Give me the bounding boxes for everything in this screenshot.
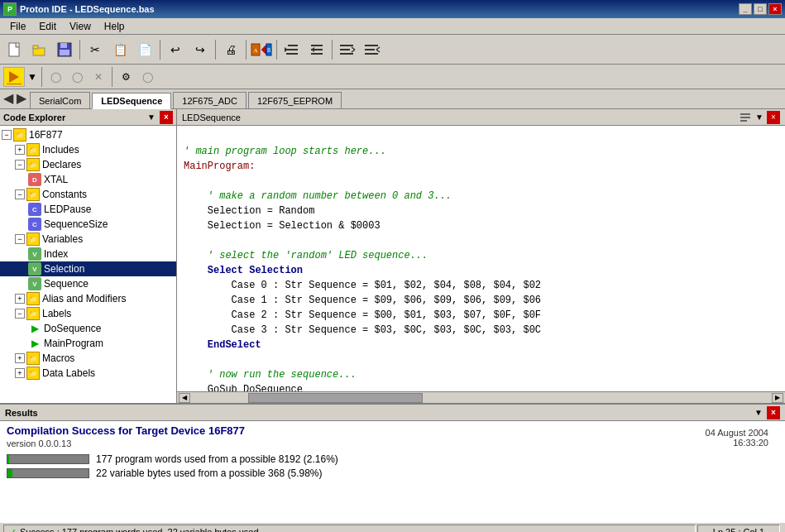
tree-includes[interactable]: + 📁 Includes [0,142,176,157]
tree-dosequence[interactable]: ▶ DoSequence [0,321,176,336]
minimize-button[interactable]: _ [739,3,752,15]
title-bar: P Proton IDE - LEDSequence.bas _ □ × [0,0,785,18]
tree-datalabels[interactable]: + 📁 Data Labels [0,366,176,381]
redo-button[interactable]: ↪ [189,38,212,61]
label-labels: Labels [42,308,71,319]
tab-12f675-adc[interactable]: 12F675_ADC [173,92,247,108]
code-header-right: ▼ × [739,111,780,124]
tab-nav-left[interactable]: ◀ [3,89,13,108]
kill-button[interactable]: ✕ [89,67,108,87]
code-filename: LEDSequence [182,113,241,122]
label-mainprogram: MainProgram [44,338,103,349]
scroll-right-button[interactable]: ▶ [772,393,783,403]
comment-button[interactable] [336,38,359,61]
menu-bar: File Edit View Help [0,18,785,35]
expand-includes[interactable]: + [15,145,25,155]
copy-button[interactable]: 📋 [108,38,132,61]
save-button[interactable] [53,38,76,61]
menu-file[interactable]: File [3,19,32,34]
tab-12f675-eeprom[interactable]: 12F675_EEPROM [248,92,342,108]
label-declares: Declares [42,159,81,170]
expand-variables[interactable]: − [15,234,25,244]
tree-ledpause[interactable]: C LEDPause [0,202,176,217]
indent-button[interactable] [280,38,304,61]
settings-button[interactable]: ⚙ [116,67,136,87]
tab-ledsequence[interactable]: LEDSequence [92,93,171,109]
explorer-close-button[interactable]: × [160,111,173,124]
app-icon: P [3,2,17,16]
expand-declares[interactable]: − [15,160,25,170]
results-header: Results ▼ × [0,405,785,421]
results-close-button[interactable]: × [767,406,780,419]
run-dropdown[interactable]: ▼ [26,67,38,87]
tree-labels[interactable]: − 📁 Labels [0,306,176,321]
code-dropdown-button[interactable]: ▼ [754,111,765,124]
sep4 [246,40,247,60]
tree-variables[interactable]: − 📁 Variables [0,232,176,247]
menu-view[interactable]: View [63,19,98,34]
tree-selection[interactable]: V Selection [0,261,176,276]
tab-serialcom[interactable]: SerialCom [30,92,90,108]
main-area: Code Explorer ▼ × − 📁 16F877 + 📁 Include… [0,109,785,403]
tree-sequence[interactable]: V Sequence [0,276,176,291]
tree-16f877[interactable]: − 📁 16F877 [0,127,176,142]
progress-bar-fill-1 [7,455,9,463]
icon-dosequence: ▶ [28,322,41,335]
expand-alias[interactable]: + [15,294,25,304]
code-close-button[interactable]: × [767,111,780,124]
pause-button[interactable]: ◯ [67,67,87,87]
tree-declares[interactable]: − 📁 Declares [0,157,176,172]
folder-icon-16f877: 📁 [13,128,26,141]
stop-button[interactable]: ◯ [45,67,65,87]
uncomment-button[interactable] [361,38,384,61]
expand-datalabels[interactable]: + [15,368,25,378]
unindent-button[interactable] [305,38,328,61]
icon-selection: V [28,262,41,276]
title-bar-left: P Proton IDE - LEDSequence.bas [3,2,155,16]
tree-mainprogram[interactable]: ▶ MainProgram [0,336,176,351]
scroll-thumb-h[interactable] [248,393,423,403]
new-button[interactable] [3,38,26,61]
progress-bar-bg-1 [7,454,89,464]
svg-rect-5 [60,50,69,55]
explorer-menu-button[interactable]: ▼ [145,111,158,124]
code-content[interactable]: ' main program loop starts here... MainP… [177,126,785,391]
expand-macros[interactable]: + [15,353,25,363]
tab-nav-right[interactable]: ▶ [17,89,26,108]
tree-constants[interactable]: − 📁 Constants [0,187,176,202]
code-scrollbar-h[interactable]: ◀ ▶ [177,391,785,403]
run-button[interactable] [3,67,25,87]
maximize-button[interactable]: □ [754,3,767,15]
progress-row-1: 177 program words used from a possible 8… [7,453,778,465]
tree-sequencesize[interactable]: C SequenceSize [0,217,176,232]
menu-help[interactable]: Help [98,19,132,34]
close-button[interactable]: × [768,3,782,15]
open-button[interactable] [28,38,51,61]
extra-button[interactable]: ◯ [137,67,157,87]
tree-index[interactable]: V Index [0,247,176,261]
expand-labels[interactable]: − [15,309,25,319]
icon-xtal: D [28,173,41,186]
label-16f877: 16F877 [29,129,63,141]
results-inner: 04 August 2004 16:33:20 Compilation Succ… [7,424,778,479]
tree-macros[interactable]: + 📁 Macros [0,351,176,366]
progress-bar-fill-2 [7,469,12,477]
compile-button[interactable]: A B [250,38,273,61]
results-panel: Results ▼ × 04 August 2004 16:33:20 Comp… [0,403,785,523]
results-menu-button[interactable]: ▼ [752,406,765,419]
code-menu-button[interactable] [739,111,752,124]
paste-button[interactable]: 📄 [133,38,156,61]
tree-xtal[interactable]: D XTAL [0,172,176,187]
svg-rect-32 [740,117,750,118]
scroll-left-button[interactable]: ◀ [179,393,190,403]
progress-text-2: 22 variable bytes used from a possible 3… [96,467,323,479]
expand-constants[interactable]: − [15,189,25,199]
expand-16f877[interactable]: − [2,130,12,140]
menu-edit[interactable]: Edit [32,19,63,34]
cut-button[interactable]: ✂ [84,38,107,61]
tree-alias[interactable]: + 📁 Alias and Modifiers [0,291,176,306]
label-alias: Alias and Modifiers [42,293,126,304]
scroll-track-h[interactable] [190,393,772,403]
undo-button[interactable]: ↩ [164,38,187,61]
print-button[interactable]: 🖨 [219,38,242,61]
